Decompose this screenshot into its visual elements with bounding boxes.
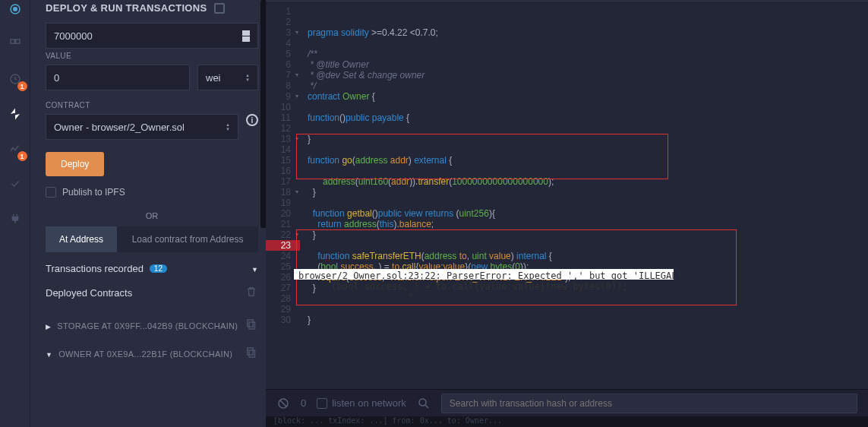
- listen-network-checkbox[interactable]: [317, 398, 327, 409]
- editor-area: 1234567891011121314151617181920212223242…: [266, 0, 868, 427]
- deploy-button[interactable]: Deploy: [46, 152, 104, 176]
- analysis-icon[interactable]: 1: [6, 140, 24, 158]
- contract-select[interactable]: Owner - browser/2_Owner.sol▲▼: [46, 114, 238, 140]
- value-unit-select[interactable]: wei▲▼: [197, 65, 258, 90]
- clear-contracts-icon[interactable]: [245, 285, 258, 301]
- analysis-badge: 1: [17, 151, 27, 161]
- tx-recorded-toggle[interactable]: [251, 264, 258, 274]
- panel-title: DEPLOY & RUN TRANSACTIONS: [46, 0, 258, 23]
- contract-info-icon[interactable]: i: [246, 114, 258, 126]
- gutter[interactable]: 1234567891011121314151617181920212223242…: [266, 3, 300, 389]
- console-log-line: [block: ... txIndex: ...] from: 0x... to…: [266, 416, 868, 427]
- gas-limit-input[interactable]: [46, 23, 258, 49]
- debugger-icon[interactable]: [6, 175, 24, 193]
- listen-network-row[interactable]: listen on network: [317, 397, 406, 409]
- svg-point-10: [419, 399, 426, 406]
- value-unit-label: wei: [206, 72, 221, 84]
- code-editor[interactable]: 1234567891011121314151617181920212223242…: [266, 3, 868, 389]
- plugin-icon[interactable]: [6, 210, 24, 228]
- deploy-panel: DEPLOY & RUN TRANSACTIONS VALUE wei▲▼ CO…: [30, 0, 266, 427]
- value-field[interactable]: [54, 72, 181, 84]
- file-explorer-icon[interactable]: [6, 35, 24, 53]
- copy-icon[interactable]: [245, 318, 258, 334]
- gas-spinner[interactable]: [242, 30, 250, 42]
- copy-icon[interactable]: [245, 346, 258, 362]
- deployed-contract-item[interactable]: STORAGE AT 0X9FF...042B9 (BLOCKCHAIN): [46, 312, 258, 340]
- compiler-badge: 1: [17, 81, 27, 91]
- tx-count-badge: 12: [150, 264, 167, 273]
- contract-toggle[interactable]: [46, 349, 52, 359]
- console-search-icon[interactable]: [417, 397, 431, 410]
- svg-rect-2: [11, 40, 14, 43]
- value-input[interactable]: [46, 65, 190, 90]
- svg-rect-5: [249, 322, 255, 329]
- publish-ipfs-checkbox[interactable]: [46, 187, 56, 198]
- panel-dock-icon[interactable]: [214, 3, 225, 14]
- contract-name: Owner - browser/2_Owner.sol: [54, 122, 185, 133]
- load-address-input[interactable]: Load contract from Address: [117, 226, 258, 252]
- svg-rect-6: [248, 320, 254, 327]
- svg-rect-3: [15, 40, 19, 43]
- console-pending-count: 0: [301, 397, 306, 409]
- tx-recorded-label: Transactions recorded: [46, 263, 144, 274]
- gas-limit-field[interactable]: [54, 30, 242, 42]
- svg-rect-7: [249, 350, 255, 357]
- publish-ipfs-label: Publish to IPFS: [62, 187, 125, 198]
- contract-address-label: STORAGE AT 0X9FF...042B9 (BLOCKCHAIN): [57, 321, 238, 331]
- contract-label: CONTRACT: [46, 101, 258, 109]
- or-divider: OR: [46, 211, 258, 220]
- contract-address-label: OWNER AT 0XE9A...22B1F (BLOCKCHAIN): [58, 350, 232, 359]
- logo-icon[interactable]: [6, 0, 24, 18]
- svg-point-1: [13, 8, 17, 11]
- console-bar: 0 listen on network: [266, 389, 868, 416]
- deployed-contracts-label: Deployed Contracts: [46, 287, 132, 299]
- panel-scrollbar[interactable]: [260, 0, 265, 427]
- deploy-icon[interactable]: [6, 105, 24, 123]
- icon-rail: 1 1: [0, 0, 30, 427]
- code-body[interactable]: pragma solidity >=0.4.22 <0.7.0;/** * @t…: [300, 3, 868, 389]
- contract-toggle[interactable]: [46, 321, 51, 331]
- console-ban-icon[interactable]: [276, 397, 290, 410]
- listen-network-label: listen on network: [332, 397, 406, 409]
- deployed-contract-item[interactable]: OWNER AT 0XE9A...22B1F (BLOCKCHAIN): [46, 340, 258, 368]
- console-search-input[interactable]: [441, 394, 857, 413]
- svg-rect-8: [248, 348, 254, 355]
- error-tooltip: browser/2_Owner.sol:23:22: ParserError: …: [294, 269, 674, 280]
- at-address-button[interactable]: At Address: [46, 226, 117, 252]
- compiler-icon[interactable]: 1: [6, 70, 24, 88]
- value-label: VALUE: [46, 52, 258, 60]
- publish-ipfs-row[interactable]: Publish to IPFS: [46, 187, 258, 198]
